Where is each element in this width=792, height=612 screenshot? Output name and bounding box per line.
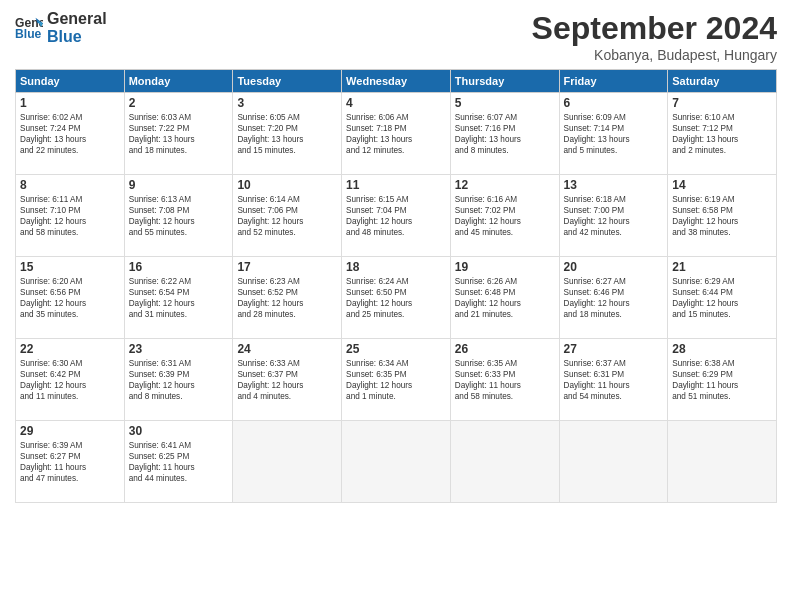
col-header-monday: Monday [124, 70, 233, 93]
cell-info: Sunrise: 6:11 AMSunset: 7:10 PMDaylight:… [20, 194, 120, 238]
col-header-saturday: Saturday [668, 70, 777, 93]
day-number: 14 [672, 178, 772, 192]
cell-info: Sunrise: 6:27 AMSunset: 6:46 PMDaylight:… [564, 276, 664, 320]
day-number: 22 [20, 342, 120, 356]
col-header-sunday: Sunday [16, 70, 125, 93]
day-number: 13 [564, 178, 664, 192]
calendar-table: SundayMondayTuesdayWednesdayThursdayFrid… [15, 69, 777, 503]
day-number: 23 [129, 342, 229, 356]
week-row-4: 29Sunrise: 6:39 AMSunset: 6:27 PMDayligh… [16, 421, 777, 503]
cell-info: Sunrise: 6:07 AMSunset: 7:16 PMDaylight:… [455, 112, 555, 156]
calendar-cell: 14Sunrise: 6:19 AMSunset: 6:58 PMDayligh… [668, 175, 777, 257]
day-number: 27 [564, 342, 664, 356]
calendar-cell: 2Sunrise: 6:03 AMSunset: 7:22 PMDaylight… [124, 93, 233, 175]
calendar-cell: 16Sunrise: 6:22 AMSunset: 6:54 PMDayligh… [124, 257, 233, 339]
cell-info: Sunrise: 6:39 AMSunset: 6:27 PMDaylight:… [20, 440, 120, 484]
week-row-0: 1Sunrise: 6:02 AMSunset: 7:24 PMDaylight… [16, 93, 777, 175]
day-number: 20 [564, 260, 664, 274]
calendar-cell: 11Sunrise: 6:15 AMSunset: 7:04 PMDayligh… [342, 175, 451, 257]
day-number: 7 [672, 96, 772, 110]
cell-info: Sunrise: 6:10 AMSunset: 7:12 PMDaylight:… [672, 112, 772, 156]
week-row-1: 8Sunrise: 6:11 AMSunset: 7:10 PMDaylight… [16, 175, 777, 257]
col-header-friday: Friday [559, 70, 668, 93]
cell-info: Sunrise: 6:38 AMSunset: 6:29 PMDaylight:… [672, 358, 772, 402]
col-header-tuesday: Tuesday [233, 70, 342, 93]
calendar-cell: 17Sunrise: 6:23 AMSunset: 6:52 PMDayligh… [233, 257, 342, 339]
day-number: 6 [564, 96, 664, 110]
cell-info: Sunrise: 6:26 AMSunset: 6:48 PMDaylight:… [455, 276, 555, 320]
cell-info: Sunrise: 6:16 AMSunset: 7:02 PMDaylight:… [455, 194, 555, 238]
day-number: 19 [455, 260, 555, 274]
calendar-cell: 3Sunrise: 6:05 AMSunset: 7:20 PMDaylight… [233, 93, 342, 175]
cell-info: Sunrise: 6:31 AMSunset: 6:39 PMDaylight:… [129, 358, 229, 402]
cell-info: Sunrise: 6:09 AMSunset: 7:14 PMDaylight:… [564, 112, 664, 156]
day-number: 21 [672, 260, 772, 274]
calendar-cell: 26Sunrise: 6:35 AMSunset: 6:33 PMDayligh… [450, 339, 559, 421]
location: Kobanya, Budapest, Hungary [532, 47, 777, 63]
day-number: 4 [346, 96, 446, 110]
calendar-cell: 13Sunrise: 6:18 AMSunset: 7:00 PMDayligh… [559, 175, 668, 257]
day-number: 3 [237, 96, 337, 110]
title-area: September 2024 Kobanya, Budapest, Hungar… [532, 10, 777, 63]
logo-icon: General Blue [15, 14, 43, 42]
day-number: 15 [20, 260, 120, 274]
cell-info: Sunrise: 6:29 AMSunset: 6:44 PMDaylight:… [672, 276, 772, 320]
week-row-2: 15Sunrise: 6:20 AMSunset: 6:56 PMDayligh… [16, 257, 777, 339]
day-number: 8 [20, 178, 120, 192]
col-header-thursday: Thursday [450, 70, 559, 93]
calendar-cell: 19Sunrise: 6:26 AMSunset: 6:48 PMDayligh… [450, 257, 559, 339]
cell-info: Sunrise: 6:19 AMSunset: 6:58 PMDaylight:… [672, 194, 772, 238]
day-number: 30 [129, 424, 229, 438]
calendar-cell: 4Sunrise: 6:06 AMSunset: 7:18 PMDaylight… [342, 93, 451, 175]
month-title: September 2024 [532, 10, 777, 47]
calendar-cell [668, 421, 777, 503]
calendar-cell: 8Sunrise: 6:11 AMSunset: 7:10 PMDaylight… [16, 175, 125, 257]
cell-info: Sunrise: 6:37 AMSunset: 6:31 PMDaylight:… [564, 358, 664, 402]
cell-info: Sunrise: 6:18 AMSunset: 7:00 PMDaylight:… [564, 194, 664, 238]
day-number: 29 [20, 424, 120, 438]
calendar-cell: 6Sunrise: 6:09 AMSunset: 7:14 PMDaylight… [559, 93, 668, 175]
cell-info: Sunrise: 6:06 AMSunset: 7:18 PMDaylight:… [346, 112, 446, 156]
cell-info: Sunrise: 6:05 AMSunset: 7:20 PMDaylight:… [237, 112, 337, 156]
calendar-cell: 25Sunrise: 6:34 AMSunset: 6:35 PMDayligh… [342, 339, 451, 421]
cell-info: Sunrise: 6:30 AMSunset: 6:42 PMDaylight:… [20, 358, 120, 402]
day-number: 16 [129, 260, 229, 274]
cell-info: Sunrise: 6:02 AMSunset: 7:24 PMDaylight:… [20, 112, 120, 156]
svg-text:Blue: Blue [15, 27, 42, 41]
calendar-cell: 10Sunrise: 6:14 AMSunset: 7:06 PMDayligh… [233, 175, 342, 257]
day-number: 18 [346, 260, 446, 274]
calendar-cell: 9Sunrise: 6:13 AMSunset: 7:08 PMDaylight… [124, 175, 233, 257]
calendar-cell: 28Sunrise: 6:38 AMSunset: 6:29 PMDayligh… [668, 339, 777, 421]
cell-info: Sunrise: 6:22 AMSunset: 6:54 PMDaylight:… [129, 276, 229, 320]
calendar-cell: 24Sunrise: 6:33 AMSunset: 6:37 PMDayligh… [233, 339, 342, 421]
calendar-cell [559, 421, 668, 503]
calendar-cell: 7Sunrise: 6:10 AMSunset: 7:12 PMDaylight… [668, 93, 777, 175]
day-number: 26 [455, 342, 555, 356]
logo-blue: Blue [47, 28, 107, 46]
col-header-wednesday: Wednesday [342, 70, 451, 93]
cell-info: Sunrise: 6:13 AMSunset: 7:08 PMDaylight:… [129, 194, 229, 238]
calendar-cell: 20Sunrise: 6:27 AMSunset: 6:46 PMDayligh… [559, 257, 668, 339]
cell-info: Sunrise: 6:41 AMSunset: 6:25 PMDaylight:… [129, 440, 229, 484]
week-row-3: 22Sunrise: 6:30 AMSunset: 6:42 PMDayligh… [16, 339, 777, 421]
cell-info: Sunrise: 6:15 AMSunset: 7:04 PMDaylight:… [346, 194, 446, 238]
cell-info: Sunrise: 6:24 AMSunset: 6:50 PMDaylight:… [346, 276, 446, 320]
day-number: 12 [455, 178, 555, 192]
cell-info: Sunrise: 6:03 AMSunset: 7:22 PMDaylight:… [129, 112, 229, 156]
logo-general: General [47, 10, 107, 28]
calendar-cell: 22Sunrise: 6:30 AMSunset: 6:42 PMDayligh… [16, 339, 125, 421]
day-number: 24 [237, 342, 337, 356]
cell-info: Sunrise: 6:34 AMSunset: 6:35 PMDaylight:… [346, 358, 446, 402]
day-number: 5 [455, 96, 555, 110]
calendar-cell: 1Sunrise: 6:02 AMSunset: 7:24 PMDaylight… [16, 93, 125, 175]
cell-info: Sunrise: 6:33 AMSunset: 6:37 PMDaylight:… [237, 358, 337, 402]
calendar-cell [342, 421, 451, 503]
day-number: 2 [129, 96, 229, 110]
calendar-cell [233, 421, 342, 503]
day-number: 1 [20, 96, 120, 110]
cell-info: Sunrise: 6:23 AMSunset: 6:52 PMDaylight:… [237, 276, 337, 320]
calendar-cell: 15Sunrise: 6:20 AMSunset: 6:56 PMDayligh… [16, 257, 125, 339]
cell-info: Sunrise: 6:14 AMSunset: 7:06 PMDaylight:… [237, 194, 337, 238]
day-number: 11 [346, 178, 446, 192]
calendar-cell [450, 421, 559, 503]
